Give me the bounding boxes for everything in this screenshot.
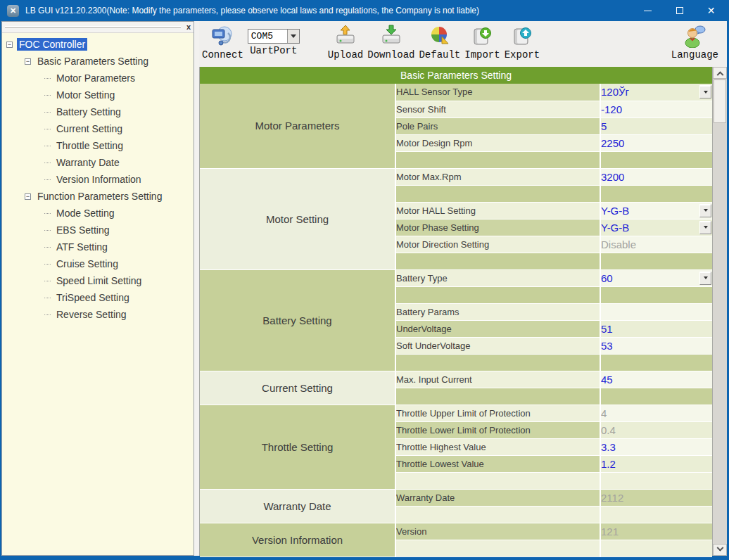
empty-value-cell (600, 286, 712, 303)
pane-splitter[interactable] (194, 21, 199, 556)
param-value-field[interactable]: 2250 (600, 134, 712, 151)
tree-item-function-parameters-setting[interactable]: −Function Parameters Setting (2, 188, 194, 205)
param-value-field[interactable]: 1.2 (600, 455, 712, 472)
tree-item-trispeed-setting[interactable]: TriSpeed Setting (2, 289, 194, 306)
param-value-field[interactable]: 5 (600, 117, 712, 134)
param-value: Y-G-B (601, 205, 629, 217)
param-label: Pole Pairs (395, 117, 600, 134)
param-value: 1.2 (601, 458, 616, 470)
import-button[interactable]: Import (464, 24, 500, 61)
tree-connector (44, 146, 51, 146)
tree-item-current-setting[interactable]: Current Setting (2, 120, 194, 137)
param-value-field[interactable]: 53 (600, 337, 712, 354)
empty-label-cell (395, 354, 600, 371)
download-button[interactable]: Download (367, 24, 414, 61)
scrollbar-thumb[interactable] (714, 79, 726, 123)
empty-value-cell (600, 151, 712, 168)
tree-item-mode-setting[interactable]: Mode Setting (2, 205, 194, 222)
value-dropdown-icon[interactable] (699, 85, 711, 98)
scroll-down-button[interactable] (713, 544, 727, 556)
param-value: 120Ўг (601, 86, 629, 98)
param-value-field[interactable]: -120 (600, 101, 712, 117)
param-value: 0.4 (601, 424, 616, 436)
tree-item-version-information[interactable]: Version Information (2, 171, 194, 188)
close-button[interactable]: ✕ (695, 0, 727, 21)
uart-port-select[interactable]: COM5 (248, 29, 300, 44)
param-value-field[interactable]: 45 (600, 371, 712, 388)
uart-port-dropdown-icon[interactable] (287, 30, 299, 43)
pane-close-icon[interactable]: x (186, 23, 191, 31)
tree-item-throttle-setting[interactable]: Throttle Setting (2, 137, 194, 154)
tree-item-label: Motor Parameters (54, 72, 137, 84)
value-dropdown-icon[interactable] (699, 221, 711, 234)
param-value-field[interactable]: Y-G-B (600, 202, 712, 219)
tree-collapse-icon[interactable]: − (25, 58, 31, 65)
param-value-field[interactable]: 120Ўг (600, 84, 712, 101)
tree-item-warranty-date[interactable]: Warranty Date (2, 154, 194, 171)
uart-port-group: COM5 UartPort (248, 24, 300, 56)
param-value-field[interactable]: Y-G-B (600, 219, 712, 236)
param-value-field[interactable]: 60 (600, 269, 712, 286)
param-label: HALL Sensor Type (395, 84, 600, 101)
upload-button[interactable]: Upload (328, 24, 363, 61)
param-value-field[interactable] (600, 303, 712, 320)
tree-item-label: Warranty Date (54, 156, 122, 169)
tree-item-motor-parameters[interactable]: Motor Parameters (2, 70, 194, 87)
close-icon: ✕ (707, 6, 716, 15)
param-value-field[interactable]: 4 (600, 405, 712, 421)
param-label: Soft UnderVoltage (395, 337, 600, 354)
export-button[interactable]: Export (505, 24, 540, 61)
param-label: Throttle Lower Limit of Protection (395, 421, 600, 438)
table-row: Motor SettingMotor Max.Rpm3200 (200, 168, 712, 185)
tree-item-ebs-setting[interactable]: EBS Setting (2, 222, 194, 238)
tree-collapse-icon[interactable]: − (6, 42, 13, 48)
param-value-field[interactable]: 0.4 (600, 421, 712, 438)
param-value: 5 (601, 120, 607, 132)
empty-label-cell (395, 253, 600, 269)
value-dropdown-icon[interactable] (699, 272, 711, 285)
minimize-button[interactable] (632, 0, 664, 21)
scroll-up-button[interactable] (713, 67, 727, 79)
tree-connector (44, 78, 51, 79)
param-value: 60 (601, 272, 613, 284)
default-button[interactable]: Default (419, 24, 460, 61)
tree-item-label: Current Setting (54, 122, 125, 135)
param-label: Version (395, 523, 600, 540)
param-value-field[interactable]: 3.3 (600, 438, 712, 455)
empty-value-cell (600, 472, 712, 489)
tree-connector (44, 95, 51, 96)
tree-connector (44, 264, 51, 265)
tree-item-motor-setting[interactable]: Motor Setting (2, 87, 194, 103)
group-cell-motor-setting: Motor Setting (200, 168, 395, 269)
tree-item-cruise-setting[interactable]: Cruise Setting (2, 255, 194, 272)
pane-grip[interactable] (5, 26, 181, 28)
tree-connector (44, 314, 51, 315)
group-cell-battery-setting: Battery Setting (200, 269, 395, 371)
tree-collapse-icon[interactable]: − (25, 193, 31, 200)
connect-button[interactable]: Connect (202, 24, 243, 61)
tree-item-speed-limit-setting[interactable]: Speed Limit Setting (2, 272, 194, 289)
maximize-button[interactable] (664, 0, 695, 21)
grid-header: Basic Parameters Setting (200, 67, 712, 84)
param-value: 53 (601, 340, 613, 352)
param-value-field[interactable]: Disable (600, 236, 712, 253)
empty-label-cell (395, 151, 600, 168)
upload-icon (334, 24, 357, 48)
param-value-field[interactable]: 121 (600, 523, 712, 540)
group-cell-current-setting: Current Setting (200, 371, 395, 405)
language-button[interactable]: Language (671, 24, 718, 61)
tree-item-foc-controller[interactable]: −FOC Controller (2, 36, 194, 53)
tree-item-basic-parameters-setting[interactable]: −Basic Parameters Setting (2, 53, 194, 70)
param-value-field[interactable]: 2112 (600, 489, 712, 506)
param-label: Motor HALL Setting (395, 202, 600, 219)
value-dropdown-icon[interactable] (699, 204, 711, 217)
param-value-field[interactable]: 3200 (600, 168, 712, 185)
param-value-field[interactable]: 51 (600, 320, 712, 337)
tree-item-atf-setting[interactable]: ATF Setting (2, 238, 194, 255)
tree-item-battery-setting[interactable]: Battery Setting (2, 103, 194, 120)
param-value: -120 (601, 103, 622, 115)
vertical-scrollbar[interactable] (713, 67, 727, 556)
tree-item-reverse-setting[interactable]: Reverse Setting (2, 306, 194, 323)
group-cell-throttle-setting: Throttle Setting (200, 405, 395, 489)
table-row: Current SettingMax. Input Current45 (200, 371, 712, 388)
